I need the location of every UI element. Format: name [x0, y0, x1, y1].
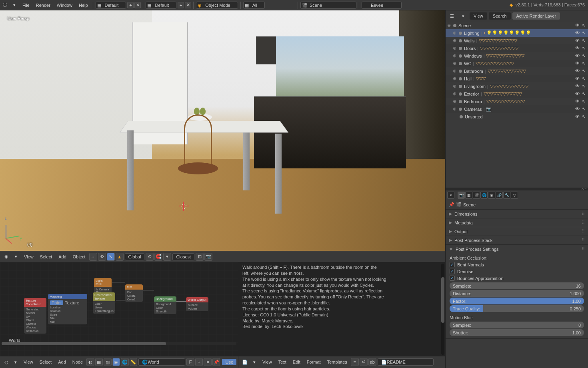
workspace-dropdown[interactable]: ▦Default: [146, 2, 176, 9]
dropdown-icon[interactable]: ▾: [12, 358, 19, 366]
world-dropdown[interactable]: 🌐 World: [138, 358, 185, 366]
dropdown-icon[interactable]: ▾: [250, 358, 258, 366]
modifiers-tab-icon[interactable]: 🔧: [503, 192, 510, 199]
bounces-checkbox[interactable]: ✓Bounces Approximation: [450, 275, 584, 282]
data-tab-icon[interactable]: ▽: [511, 192, 518, 199]
manipulator2-icon[interactable]: ⟲: [98, 253, 106, 261]
add-menu[interactable]: Add: [55, 254, 70, 259]
selectable-icon[interactable]: ↖: [581, 76, 586, 81]
pin-icon[interactable]: 📌: [449, 202, 454, 207]
selectable-icon[interactable]: ↖: [581, 30, 586, 36]
constraints-tab-icon[interactable]: 🔗: [496, 192, 503, 199]
menu-help[interactable]: Help: [76, 3, 91, 8]
snap-type-icon[interactable]: ▾: [163, 253, 171, 261]
metadata-panel[interactable]: ▶Metadata⠿: [446, 218, 588, 227]
ao-factor-slider[interactable]: Factor:1.00: [450, 298, 584, 304]
menu-window[interactable]: Window: [54, 3, 76, 8]
visibility-icon[interactable]: 👁: [574, 106, 580, 112]
screen-layout-dropdown[interactable]: ▦Default: [96, 2, 126, 9]
dropdown-icon[interactable]: ▾: [10, 1, 18, 9]
snap-dropdown[interactable]: Closest: [172, 253, 194, 260]
remove-layout-button[interactable]: ✕: [134, 2, 141, 8]
selectable-icon[interactable]: ↖: [581, 106, 586, 112]
outliner-tree[interactable]: ⊕Scene👁↖⊕Lighting|• 💡💡💡💡💡💡💡💡👁↖⊕Walls|▽▽▽…: [446, 22, 588, 188]
pivot-icon[interactable]: ⊙: [146, 253, 154, 261]
tree-row-wc[interactable]: ⊕WC|▽▽▽▽▽▽▽▽▽▽▽▽👁↖: [446, 60, 588, 67]
text-menu[interactable]: Text: [275, 360, 290, 364]
editor-type-icon[interactable]: ◎: [2, 358, 10, 366]
info-icon[interactable]: ⓘ: [1, 1, 9, 9]
tree-row-scene[interactable]: ⊕Scene👁↖: [446, 22, 588, 29]
dropdown-icon[interactable]: ▾: [12, 253, 20, 261]
node-canvas[interactable]: Texture CoordinateGeneratedNormalUVObjec…: [0, 262, 238, 356]
shader-icon[interactable]: ◐: [86, 358, 94, 366]
object-shader-icon[interactable]: ◉: [112, 358, 120, 366]
editor-type-icon[interactable]: 📄: [241, 358, 249, 366]
selectable-icon[interactable]: ↖: [581, 38, 586, 43]
visibility-icon[interactable]: 👁: [574, 76, 580, 81]
render-engine-dropdown[interactable]: Eevee: [362, 2, 402, 9]
menu-file[interactable]: File: [19, 3, 33, 8]
selectable-icon[interactable]: ↖: [581, 53, 586, 58]
render-tab-icon[interactable]: 📷: [458, 192, 465, 199]
orientation-dropdown[interactable]: Global: [125, 253, 145, 260]
mode-dropdown[interactable]: ◉Object Mode: [196, 2, 238, 9]
selectable-icon[interactable]: ↖: [581, 84, 586, 89]
overlay-icon[interactable]: ⊡: [196, 253, 204, 261]
mb-samples-slider[interactable]: Samples:8: [450, 322, 584, 328]
active-layer-tab[interactable]: Active Render Layer: [512, 12, 560, 20]
selectable-icon[interactable]: ↖: [581, 23, 586, 28]
dropdown-icon[interactable]: ▾: [459, 12, 467, 20]
line-shader-icon[interactable]: 📏: [130, 358, 138, 366]
scene-tab-icon[interactable]: 🎬: [473, 192, 480, 199]
add-world-button[interactable]: +: [195, 358, 203, 366]
view-menu[interactable]: View: [20, 360, 36, 364]
object-menu[interactable]: Object: [70, 254, 89, 259]
search-tab[interactable]: Search: [489, 12, 511, 20]
selectable-icon[interactable]: ↖: [581, 91, 586, 96]
visibility-icon[interactable]: 👁: [574, 114, 580, 119]
use-nodes-button[interactable]: Use: [222, 359, 236, 365]
tree-row-livingroom[interactable]: ⊕Livingroom|▽▽▽▽▽▽▽▽▽▽▽▽👁↖: [446, 82, 588, 90]
edit-menu[interactable]: Edit: [290, 360, 304, 364]
tree-row-lighting[interactable]: ⊕Lighting|• 💡💡💡💡💡💡💡💡👁↖: [446, 29, 588, 37]
remove-workspace-button[interactable]: ✕: [185, 2, 191, 8]
denoise-checkbox[interactable]: ✓Denoise: [450, 268, 584, 275]
bent-normals-checkbox[interactable]: ✓Bent Normals: [450, 261, 584, 268]
orientation-icon[interactable]: ▲: [116, 253, 124, 261]
text-file-dropdown[interactable]: 📄 README: [378, 358, 434, 366]
format-menu[interactable]: Format: [304, 360, 324, 364]
node-background[interactable]: BackgroundBackgroundColorStrength: [154, 296, 176, 314]
tree-row-windows[interactable]: ⊕Windows|▽▽▽▽▽▽▽▽▽▽▽▽👁↖: [446, 52, 588, 60]
camera-icon[interactable]: 📷: [204, 253, 212, 261]
node-output[interactable]: World OutputSurfaceVolume: [186, 297, 208, 311]
texture-icon[interactable]: ▨: [104, 358, 112, 366]
node-mix[interactable]: MixFacColor1Color2: [125, 284, 143, 302]
node-mapping[interactable]: MappingPointTextureLocationRotationScale…: [48, 294, 87, 324]
selectable-icon[interactable]: ↖: [581, 68, 586, 74]
editor-type-icon[interactable]: ◉: [2, 253, 10, 261]
syntax-icon[interactable]: ab: [368, 358, 376, 366]
visibility-icon[interactable]: 👁: [574, 84, 580, 89]
view-tab[interactable]: View: [470, 12, 487, 20]
node-menu[interactable]: Node: [69, 360, 86, 364]
post-settings-panel[interactable]: ▼Post Process Settings⠿: [446, 245, 588, 253]
remove-world-button[interactable]: ✕: [204, 358, 212, 366]
selectable-icon[interactable]: ↖: [581, 99, 586, 104]
visibility-icon[interactable]: 👁: [574, 38, 580, 43]
tree-row-unsorted[interactable]: Unsorted👁↖: [446, 113, 588, 120]
manipulator3-icon[interactable]: ⤡: [107, 253, 115, 261]
select-menu[interactable]: Select: [36, 360, 55, 364]
tree-row-bathroom[interactable]: ⊕Bathroom|▽▽▽▽▽▽▽▽▽▽▽▽👁↖: [446, 67, 588, 75]
3d-viewport[interactable]: User Persp z y (4): [0, 10, 445, 251]
pin-icon[interactable]: 📌: [212, 358, 220, 366]
v-scrollbar[interactable]: [441, 264, 444, 355]
visibility-icon[interactable]: 👁: [574, 53, 580, 58]
line-numbers-icon[interactable]: ≡: [351, 358, 359, 366]
menu-render[interactable]: Render: [33, 3, 54, 8]
axis-gizmo[interactable]: z y: [6, 219, 26, 239]
world-shader-icon[interactable]: 🌐: [121, 358, 129, 366]
layers-dropdown[interactable]: ▦All: [243, 2, 265, 9]
templates-menu[interactable]: Templates: [324, 360, 350, 364]
f-button[interactable]: F: [186, 358, 194, 366]
